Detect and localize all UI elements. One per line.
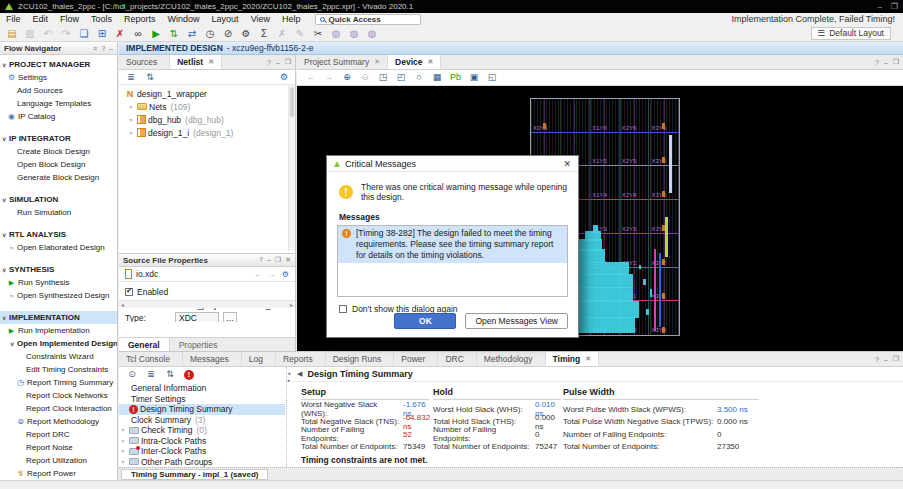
status-circle-icon[interactable]: ◍ xyxy=(367,28,377,39)
status-circle-icon[interactable]: ◍ xyxy=(349,28,359,39)
close-icon[interactable]: ✕ xyxy=(285,256,291,264)
nav-section-simulation[interactable]: ∨ SIMULATION xyxy=(0,193,117,206)
nav-item-generate-block-design[interactable]: Generate Block Design xyxy=(0,171,117,184)
scrollbar[interactable] xyxy=(288,85,295,251)
float-icon[interactable]: ❐ xyxy=(275,256,281,264)
settings-icon[interactable]: ⚙ xyxy=(241,28,251,39)
cancel-run-icon[interactable]: ⊘ xyxy=(223,28,233,39)
nav-item-constraints-wizard[interactable]: Constraints Wizard xyxy=(0,350,117,363)
settings-icon[interactable]: ⚙ xyxy=(280,72,288,82)
undo-icon[interactable]: ↶ xyxy=(43,28,53,39)
nav-item-edit-timing-constraints[interactable]: Edit Timing Constraints xyxy=(0,363,117,376)
delete-icon[interactable]: ✗ xyxy=(115,28,125,39)
timing-item-check-timing[interactable]: > Check Timing (0) xyxy=(119,425,285,436)
status-circle-icon[interactable]: ◍ xyxy=(331,28,341,39)
timing-item-intra-clock-paths[interactable]: > Intra-Clock Paths xyxy=(119,436,285,447)
timing-item-general-information[interactable]: General Information xyxy=(119,383,285,394)
timing-item-design-timing-summary[interactable]: Design Timing Summary xyxy=(119,404,285,415)
menu-tools[interactable]: Tools xyxy=(85,14,118,24)
tab-device[interactable]: Device ✕ xyxy=(388,55,441,69)
tab-log[interactable]: Log xyxy=(242,352,276,366)
nav-section-synthesis[interactable]: ∨ SYNTHESIS xyxy=(0,263,117,276)
properties-window-icon[interactable]: ◱ xyxy=(487,72,497,83)
cut-icon[interactable]: ✂ xyxy=(313,28,323,39)
timing-item-inter-clock-paths[interactable]: > Inter-Clock Paths xyxy=(119,446,285,457)
menu-help[interactable]: Help xyxy=(276,14,307,24)
chevron-right-icon[interactable]: > xyxy=(129,117,135,123)
nav-item-open-elaborated-design[interactable]: > Open Elaborated Design xyxy=(0,241,117,254)
panel-control-icon[interactable]: ❐ xyxy=(285,58,291,66)
nav-item-report-utilization[interactable]: Report Utilization xyxy=(0,454,117,467)
panel-control-icon[interactable]: ? xyxy=(875,356,879,363)
props-tab-properties[interactable]: Properties xyxy=(170,338,227,351)
run-icon[interactable]: ▶ xyxy=(151,28,161,39)
collapse-all-icon[interactable]: ⇅ xyxy=(165,369,175,380)
nav-item-create-block-design[interactable]: Create Block Design xyxy=(0,145,117,158)
zoom-out-icon[interactable]: ⊖ xyxy=(360,72,370,83)
panel-control-icon[interactable]: – xyxy=(884,59,888,66)
panel-control-icon[interactable]: – xyxy=(884,356,888,363)
tab-methodology[interactable]: Methodology xyxy=(477,352,546,366)
timing-item-timer-settings[interactable]: Timer Settings xyxy=(119,394,285,405)
cell-window-icon[interactable]: ▣ xyxy=(469,72,479,83)
chevron-right-icon[interactable]: > xyxy=(121,459,127,465)
chevron-right-icon[interactable]: > xyxy=(129,104,135,110)
tab-sources[interactable]: Sources xyxy=(119,55,170,69)
copy-icon[interactable]: ❏ xyxy=(79,28,89,39)
collapse-all-icon[interactable]: ⇅ xyxy=(145,72,155,83)
error-count-icon[interactable]: ! xyxy=(184,370,194,380)
validate-icon[interactable]: ✗ xyxy=(277,28,287,39)
menu-icon[interactable]: ≡ xyxy=(93,45,97,52)
nav-section-ip-integrator[interactable]: ∨ IP INTEGRATOR xyxy=(0,132,117,145)
close-icon[interactable]: ✕ xyxy=(208,58,214,66)
netlist-root[interactable]: design_1_wrapper xyxy=(119,87,295,100)
help-icon[interactable]: ? xyxy=(259,256,263,264)
nav-item-report-drc[interactable]: Report DRC xyxy=(0,428,117,441)
nav-item-report-noise[interactable]: Report Noise xyxy=(0,441,117,454)
step-icon[interactable]: ⇅ xyxy=(169,28,179,39)
forward-icon[interactable]: → xyxy=(324,72,334,83)
zoom-selection-icon[interactable]: ◰ xyxy=(396,72,406,83)
nav-item-open-block-design[interactable]: Open Block Design xyxy=(0,158,117,171)
zoom-in-icon[interactable]: ⊕ xyxy=(342,72,352,83)
horizontal-scrollbar[interactable]: ◂▸ xyxy=(119,300,295,308)
back-icon[interactable]: ← xyxy=(306,72,316,83)
panel-control-icon[interactable]: ❐ xyxy=(893,58,899,66)
menu-edit[interactable]: Edit xyxy=(27,14,55,24)
open-project-icon[interactable]: ▤ xyxy=(7,28,17,39)
nav-item-language-templates[interactable]: Language Templates xyxy=(0,97,117,110)
menu-flow[interactable]: Flow xyxy=(54,14,85,24)
draw-pblock-icon[interactable]: Pb xyxy=(450,72,461,83)
tab-timing[interactable]: Timing ✕ xyxy=(546,352,600,366)
close-icon[interactable]: ✕ xyxy=(563,159,571,169)
expand-all-icon[interactable]: ≣ xyxy=(146,369,156,380)
minimize-icon[interactable]: – xyxy=(109,45,113,52)
props-tab-general[interactable]: General xyxy=(119,338,170,351)
paste-icon[interactable]: ⊞ xyxy=(97,28,107,39)
nav-item-report-clock-networks[interactable]: Report Clock Networks xyxy=(0,389,117,402)
open-messages-view-button[interactable]: Open Messages View xyxy=(465,313,568,329)
chevron-right-icon[interactable]: > xyxy=(121,448,127,454)
close-icon[interactable]: ✕ xyxy=(427,58,433,66)
back-icon[interactable]: ← xyxy=(254,270,262,279)
nav-item-open-implemented-design[interactable]: ∨ Open Implemented Design xyxy=(0,337,117,350)
nav-item-report-power[interactable]: Report Power xyxy=(0,467,117,480)
zoom-fit-icon[interactable]: ◳ xyxy=(378,72,388,83)
panel-control-icon[interactable]: ? xyxy=(267,59,271,66)
tab-drc[interactable]: DRC xyxy=(438,352,476,366)
nav-item-report-methodology[interactable]: Report Methodology xyxy=(0,415,117,428)
nav-item-add-sources[interactable]: Add Sources xyxy=(0,84,117,97)
save-icon[interactable]: ▥ xyxy=(25,28,35,39)
menu-view[interactable]: View xyxy=(245,14,276,24)
collapse-left-icon[interactable]: ◀ xyxy=(297,370,302,378)
nav-item-run-simulation[interactable]: Run Simulation xyxy=(0,206,117,219)
netlist-design-1-i[interactable]: > design_1_i (design_1) xyxy=(119,126,295,139)
nav-item-settings[interactable]: Settings xyxy=(0,71,117,84)
redo-icon[interactable]: ↷ xyxy=(61,28,71,39)
chevron-right-icon[interactable]: > xyxy=(121,438,127,444)
panel-control-icon[interactable]: ? xyxy=(875,59,879,66)
nav-section-rtl-analysis[interactable]: ∨ RTL ANALYSIS xyxy=(0,228,117,241)
minimize-icon[interactable]: – xyxy=(267,256,271,264)
tab-tcl-console[interactable]: Tcl Console xyxy=(119,352,183,366)
tab-netlist[interactable]: Netlist ✕ xyxy=(170,55,222,69)
